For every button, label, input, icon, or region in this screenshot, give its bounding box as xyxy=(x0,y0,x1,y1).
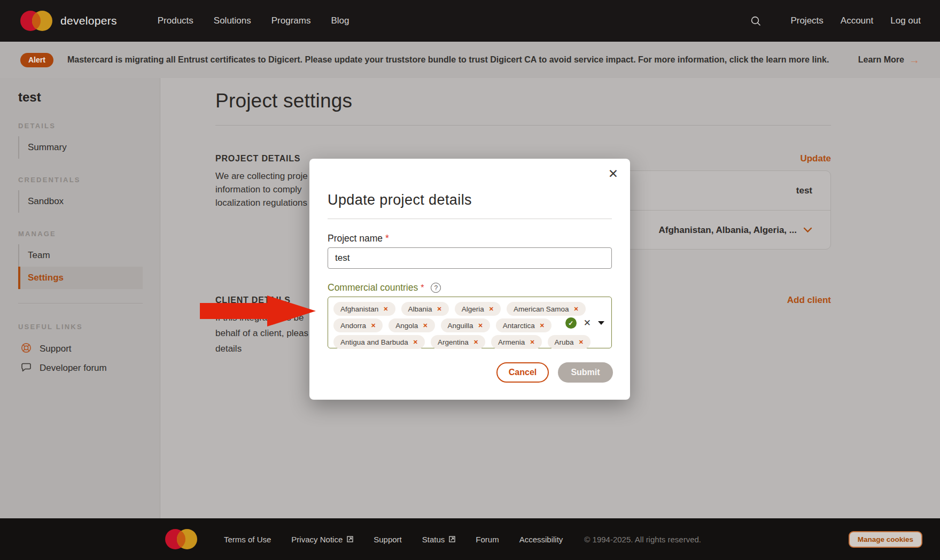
remove-tag-icon[interactable]: ✕ xyxy=(371,322,376,329)
update-link[interactable]: Update xyxy=(800,153,831,164)
footer-link-terms-of-use[interactable]: Terms of Use xyxy=(224,535,271,544)
remove-tag-icon[interactable]: ✕ xyxy=(383,306,388,313)
country-tag-label: Anguilla xyxy=(448,322,473,330)
nav-item-solutions[interactable]: Solutions xyxy=(214,15,251,26)
update-project-details-modal: ✕ Update project details Project name* C… xyxy=(309,159,630,400)
copyright-text: © 1994-2025. All rights reserved. xyxy=(584,535,701,544)
project-name-input[interactable] xyxy=(328,247,612,269)
sidebar-item-sandbox[interactable]: Sandbox xyxy=(18,190,143,213)
submit-button[interactable]: Submit xyxy=(558,362,613,383)
commercial-countries-label-row: Commercial countries * ? xyxy=(328,282,441,293)
nav-item-products[interactable]: Products xyxy=(158,15,193,26)
dropdown-caret-icon[interactable] xyxy=(598,321,604,325)
footer-link-accessibility[interactable]: Accessibility xyxy=(519,535,563,544)
external-link-icon xyxy=(449,536,455,542)
country-tag-albania: Albania✕ xyxy=(401,302,449,316)
primary-nav: ProductsSolutionsProgramsBlog xyxy=(158,15,349,26)
remove-tag-icon[interactable]: ✕ xyxy=(423,322,428,329)
add-client-link[interactable]: Add client xyxy=(787,295,831,306)
useful-link-developer-forum[interactable]: Developer forum xyxy=(0,359,160,378)
country-tag-label: Argentina xyxy=(438,338,469,346)
country-tag-label: Algeria xyxy=(462,305,484,313)
sidebar-group-details: Summary xyxy=(18,136,143,159)
valid-check-icon: ✓ xyxy=(565,317,577,329)
logo-wordmark: developers xyxy=(60,14,117,27)
external-link-icon xyxy=(347,536,353,542)
remove-tag-icon[interactable]: ✕ xyxy=(413,339,418,346)
country-tag-label: Armenia xyxy=(498,338,525,346)
nav-item-log-out[interactable]: Log out xyxy=(890,15,921,26)
footer-link-forum[interactable]: Forum xyxy=(476,535,499,544)
commercial-countries-multiselect[interactable]: Afghanistan✕Albania✕Algeria✕American Sam… xyxy=(328,297,612,348)
country-tag-label: Antigua and Barbuda xyxy=(340,338,408,346)
sidebar-item-settings[interactable]: Settings xyxy=(18,267,143,289)
country-tag-label: Albania xyxy=(408,305,432,313)
chat-bubble-icon xyxy=(20,361,32,376)
sidebar-group-credentials: Sandbox xyxy=(18,190,143,213)
nav-item-account[interactable]: Account xyxy=(841,15,873,26)
close-icon[interactable]: ✕ xyxy=(608,167,618,181)
country-tag-andorra: Andorra✕ xyxy=(333,318,383,332)
footer-link-support[interactable]: Support xyxy=(374,535,402,544)
country-tag-argentina: Argentina✕ xyxy=(431,335,485,349)
alert-badge: Alert xyxy=(20,53,53,67)
nav-item-blog[interactable]: Blog xyxy=(331,15,349,26)
country-tag-label: American Samoa xyxy=(514,305,569,313)
arrow-right-icon: → xyxy=(909,54,920,66)
remove-tag-icon[interactable]: ✕ xyxy=(540,322,545,329)
country-tag-label: Aruba xyxy=(555,338,574,346)
footer-link-label: Terms of Use xyxy=(224,535,271,544)
project-name-value: test xyxy=(796,185,812,196)
required-mark: * xyxy=(385,233,389,244)
footer: Terms of UsePrivacy NoticeSupportStatusF… xyxy=(0,518,940,560)
remove-tag-icon[interactable]: ✕ xyxy=(489,306,494,313)
chevron-down-icon[interactable] xyxy=(803,227,812,233)
project-sidebar: test DETAILSSummaryCREDENTIALSSandboxMAN… xyxy=(0,78,160,518)
modal-buttons: Cancel Submit xyxy=(496,362,613,383)
nav-item-projects[interactable]: Projects xyxy=(790,15,823,26)
project-name-label: Project name* xyxy=(328,233,389,244)
client-details-heading: CLIENT DETAILS xyxy=(215,295,291,305)
footer-link-label: Status xyxy=(422,535,445,544)
account-nav-items: ProjectsAccountLog out xyxy=(790,15,921,26)
sidebar-group-manage: TeamSettings xyxy=(18,244,143,289)
learn-more-label: Learn More xyxy=(858,55,904,65)
multiselect-controls: ✓ ✕ xyxy=(565,317,604,329)
manage-cookies-button[interactable]: Manage cookies xyxy=(849,531,922,548)
remove-tag-icon[interactable]: ✕ xyxy=(473,339,478,346)
footer-links: Terms of UsePrivacy NoticeSupportStatusF… xyxy=(224,535,563,544)
remove-tag-icon[interactable]: ✕ xyxy=(478,322,483,329)
commercial-countries-value: Afghanistan, Albania, Algeria, ... xyxy=(658,225,797,236)
sidebar-item-team[interactable]: Team xyxy=(18,244,143,267)
footer-link-label: Accessibility xyxy=(519,535,563,544)
mastercard-circles-icon xyxy=(164,528,198,550)
nav-item-programs[interactable]: Programs xyxy=(271,15,311,26)
modal-divider xyxy=(328,219,612,219)
cancel-button[interactable]: Cancel xyxy=(496,362,549,383)
help-icon[interactable]: ? xyxy=(431,283,441,293)
country-tag-label: Antarctica xyxy=(503,322,535,330)
mastercard-logo[interactable]: developers xyxy=(19,10,117,32)
footer-link-label: Support xyxy=(374,535,402,544)
learn-more-link[interactable]: Learn More → xyxy=(858,54,920,66)
country-tag-label: Afghanistan xyxy=(340,305,378,313)
country-tag-label: Angola xyxy=(395,322,418,330)
title-divider xyxy=(215,125,831,126)
life-ring-icon xyxy=(20,342,32,356)
sidebar-item-summary[interactable]: Summary xyxy=(18,136,143,159)
footer-link-label: Forum xyxy=(476,535,499,544)
useful-link-support[interactable]: Support xyxy=(0,339,160,359)
footer-link-status[interactable]: Status xyxy=(422,535,456,544)
country-tag-antarctica: Antarctica✕ xyxy=(496,318,551,332)
remove-tag-icon[interactable]: ✕ xyxy=(574,306,579,313)
country-tag-american-samoa: American Samoa✕ xyxy=(507,302,586,316)
mastercard-logo-footer xyxy=(164,528,198,550)
sidebar-sections: DETAILSSummaryCREDENTIALSSandboxMANAGETe… xyxy=(0,122,160,289)
required-mark: * xyxy=(421,283,424,293)
search-icon[interactable] xyxy=(750,15,762,27)
remove-tag-icon[interactable]: ✕ xyxy=(530,339,534,346)
remove-tag-icon[interactable]: ✕ xyxy=(437,306,442,313)
footer-link-privacy-notice[interactable]: Privacy Notice xyxy=(291,535,353,544)
remove-tag-icon[interactable]: ✕ xyxy=(579,339,584,346)
clear-all-icon[interactable]: ✕ xyxy=(584,318,591,328)
